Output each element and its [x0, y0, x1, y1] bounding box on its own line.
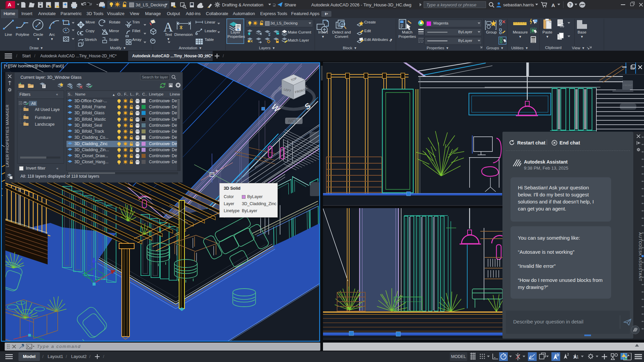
svg-text:3D-Office-Chair-...: 3D-Office-Chair-... [74, 99, 107, 103]
svg-text:FRONT: FRONT [623, 84, 633, 87]
svg-text:3D_Bifold_Frame: 3D_Bifold_Frame [74, 105, 106, 109]
svg-text:3D_Closet_Draw...: 3D_Closet_Draw... [74, 154, 108, 158]
svg-text:3D_Bifold_Track: 3D_Bifold_Track [74, 129, 104, 134]
svg-text:3D_Closet_Hang...: 3D_Closet_Hang... [74, 160, 108, 164]
svg-text:3D_Cladding_Zinc: 3D_Cladding_Zinc [74, 141, 108, 146]
svg-text:1:1: 1:1 [573, 355, 579, 359]
svg-text:3D_Bifold_Seal: 3D_Bifold_Seal [74, 123, 102, 128]
svg-text:3D_Bifold_Mastic: 3D_Bifold_Mastic [74, 117, 106, 122]
svg-text:WCS: WCS [288, 119, 297, 123]
svg-text:3D_Bifold_Glass: 3D_Bifold_Glass [74, 111, 104, 115]
svg-text:?: ? [569, 2, 572, 7]
svg-text:3D_Cladding_Co...: 3D_Cladding_Co... [74, 135, 108, 140]
svg-text:3D_Cladding_Zin...: 3D_Cladding_Zin... [74, 147, 109, 152]
